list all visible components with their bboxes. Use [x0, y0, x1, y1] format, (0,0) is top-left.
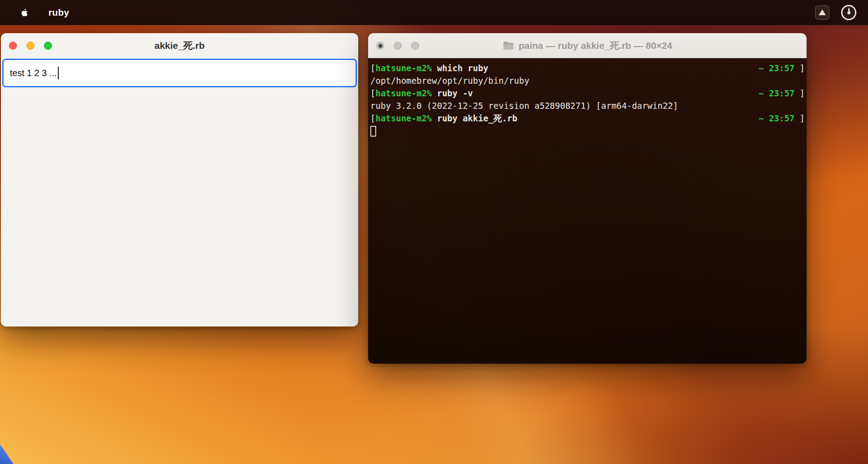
editor-window: akkie_死.rb test 1 2 3 ...: [1, 33, 358, 327]
app-menu-title[interactable]: ruby: [48, 7, 69, 18]
minimize-button[interactable]: [26, 42, 35, 50]
terminal-line: [hatsune-m2% which ruby ~ 23:57 ]: [370, 62, 805, 74]
terminal-output-line: ruby 3.2.0 (2022-12-25 revision a5289082…: [370, 99, 805, 112]
text-input-value: test 1 2 3 ...: [10, 68, 57, 78]
terminal-body[interactable]: [hatsune-m2% which ruby ~ 23:57 ] /opt/h…: [368, 58, 807, 364]
close-button[interactable]: [9, 42, 17, 50]
terminal-close-button[interactable]: [376, 42, 384, 50]
terminal-window-title: paina — ruby akkie_死.rb — 80×24: [519, 39, 673, 52]
prompt-close-bracket: ]: [794, 113, 805, 123]
terminal-traffic-lights: [376, 33, 419, 58]
wallpaper-blue-corner: [0, 444, 13, 464]
desktop-wallpaper: ruby akkie_死.rb test 1 2 3 ...: [0, 0, 868, 464]
prompt-time: ~ 23:57: [759, 113, 794, 123]
prompt-close-bracket: ]: [794, 63, 805, 73]
command-text: ruby akkie_死.rb: [432, 112, 517, 125]
prompt-time: ~ 23:57: [759, 63, 794, 73]
prompt-host: hatsune-m2%: [375, 112, 432, 125]
prompt-open-bracket: [: [370, 62, 375, 74]
terminal-window: paina — ruby akkie_死.rb — 80×24 [hatsune…: [368, 33, 807, 364]
prompt-host: hatsune-m2%: [375, 87, 432, 99]
prompt-open-bracket: [: [370, 87, 375, 99]
prompt-time: ~ 23:57: [759, 88, 794, 98]
prompt-close-bracket: ]: [794, 88, 805, 98]
zoom-button[interactable]: [44, 42, 52, 50]
prompt-open-bracket: [: [370, 112, 375, 125]
terminal-line: [hatsune-m2% ruby akkie_死.rb ~ 23:57 ]: [370, 112, 805, 125]
folder-proxy-icon[interactable]: [503, 41, 514, 51]
terminal-zoom-button[interactable]: [411, 42, 419, 50]
traffic-lights: [9, 33, 52, 58]
terminal-block-cursor: [370, 126, 376, 137]
prompt-host: hatsune-m2%: [375, 62, 432, 74]
editor-window-title: akkie_死.rb: [154, 39, 204, 52]
triangle-glyph: [819, 9, 826, 15]
text-caret: [58, 67, 59, 79]
terminal-line: [hatsune-m2% ruby -v ~ 23:57 ]: [370, 87, 805, 99]
triangle-badge-icon[interactable]: [815, 5, 829, 20]
command-text: which ruby: [432, 62, 488, 74]
command-text: ruby -v: [432, 87, 473, 99]
terminal-minimize-button[interactable]: [394, 42, 402, 50]
output-text: ruby 3.2.0 (2022-12-25 revision a5289082…: [370, 99, 678, 112]
apple-menu-icon[interactable]: [20, 6, 30, 19]
menu-bar: ruby: [0, 0, 868, 25]
editor-titlebar[interactable]: akkie_死.rb: [1, 33, 358, 58]
terminal-output-line: /opt/homebrew/opt/ruby/bin/ruby: [370, 74, 805, 87]
terminal-titlebar[interactable]: paina — ruby akkie_死.rb — 80×24: [368, 33, 807, 58]
text-input[interactable]: test 1 2 3 ...: [2, 59, 357, 87]
clock-gauge-icon[interactable]: [841, 5, 856, 20]
terminal-cursor-line: [370, 125, 805, 137]
output-text: /opt/homebrew/opt/ruby/bin/ruby: [370, 74, 529, 87]
